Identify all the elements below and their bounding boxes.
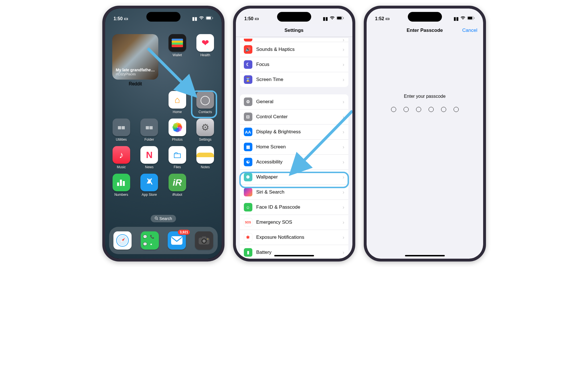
mail-badge: 3,921 bbox=[178, 230, 190, 235]
utilities-icon: ▦▦ bbox=[113, 119, 130, 136]
svg-rect-2 bbox=[212, 17, 213, 19]
settings-row-general[interactable]: ⚙General› bbox=[240, 94, 348, 109]
widget-title: My late grandfathe… bbox=[116, 68, 155, 72]
status-time: 1:52 ▭ bbox=[375, 16, 390, 21]
nav-bar: Enter Passcode Cancel bbox=[367, 24, 483, 37]
cell-signal-icon: ▮▮ bbox=[192, 16, 197, 21]
phone-home-screen: 1:50 ▭ ▮▮ My late grandfathe… bbox=[102, 6, 225, 262]
chevron-right-icon: › bbox=[343, 77, 344, 83]
chevron-right-icon: › bbox=[343, 114, 344, 120]
app-appstore[interactable]: App Store bbox=[138, 174, 161, 197]
settings-row-focus[interactable]: ☾Focus› bbox=[240, 57, 348, 72]
svg-point-28 bbox=[202, 239, 206, 243]
dynamic-island bbox=[408, 12, 442, 22]
phone-settings-screen: 1:50 ▭ ▮▮ Settings › 🔊So bbox=[233, 6, 355, 262]
app-photos[interactable]: Photos bbox=[166, 119, 189, 142]
app-files[interactable]: 🗀 Files bbox=[166, 146, 189, 169]
svg-rect-6 bbox=[172, 45, 183, 47]
settings-row-accessibility[interactable]: ☯Accessibility› bbox=[240, 155, 348, 170]
row-label: Screen Time bbox=[256, 77, 283, 82]
app-home[interactable]: ⌂ Home bbox=[166, 91, 189, 114]
row-icon: ✱ bbox=[244, 233, 252, 242]
cancel-button[interactable]: Cancel bbox=[462, 28, 477, 33]
screen-mirror-icon: ▭ bbox=[385, 16, 390, 21]
dock-camera[interactable] bbox=[195, 231, 213, 250]
settings-row-home-screen[interactable]: ▦Home Screen› bbox=[240, 140, 348, 155]
row-icon: ▦ bbox=[244, 143, 252, 151]
dock-messages[interactable]: 💬📞💬● bbox=[141, 231, 159, 250]
app-irobot[interactable]: iR iRobot bbox=[166, 174, 189, 197]
wifi-icon bbox=[460, 16, 466, 21]
screen-mirror-icon: ▭ bbox=[255, 16, 259, 21]
chevron-right-icon: › bbox=[343, 189, 344, 195]
row-label: Focus bbox=[256, 62, 269, 67]
app-wallet[interactable]: Wallet bbox=[166, 34, 189, 86]
safari-icon bbox=[113, 231, 132, 250]
settings-row-exposure-notifications[interactable]: ✱Exposure Notifications› bbox=[240, 230, 348, 245]
settings-row-screen-time[interactable]: ⌛Screen Time› bbox=[240, 72, 348, 87]
spotlight-search[interactable]: Search bbox=[151, 215, 176, 222]
app-news[interactable]: N News bbox=[138, 146, 161, 169]
wifi-icon bbox=[330, 16, 335, 21]
cell-signal-icon: ▮▮ bbox=[454, 16, 459, 21]
app-label: Contacts bbox=[199, 110, 212, 114]
notes-icon bbox=[196, 146, 214, 164]
dock-safari[interactable] bbox=[113, 231, 132, 250]
settings-icon: ⚙ bbox=[196, 119, 214, 136]
app-folder[interactable]: ▦▦ Folder bbox=[138, 119, 161, 142]
settings-row-display-brightness[interactable]: AADisplay & Brightness› bbox=[240, 124, 348, 140]
chevron-right-icon: › bbox=[343, 129, 344, 135]
svg-line-19 bbox=[157, 219, 158, 220]
app-label: Settings bbox=[199, 138, 211, 142]
chevron-right-icon: › bbox=[343, 234, 344, 240]
app-label: Wallet bbox=[173, 53, 182, 57]
row-label: Sounds & Haptics bbox=[256, 47, 295, 52]
irobot-icon: iR bbox=[169, 174, 186, 191]
search-label: Search bbox=[159, 216, 172, 221]
svg-rect-34 bbox=[337, 17, 342, 19]
camera-icon bbox=[195, 231, 213, 250]
widget-reddit[interactable]: My late grandfathe… r/CozyPlaces Reddit bbox=[110, 34, 161, 86]
settings-row-wallpaper[interactable]: ❁Wallpaper› bbox=[240, 170, 348, 185]
news-icon: N bbox=[140, 146, 158, 164]
battery-icon bbox=[336, 16, 344, 21]
passcode-dot bbox=[391, 107, 396, 112]
settings-row-sounds-haptics[interactable]: 🔊Sounds & Haptics› bbox=[240, 42, 348, 57]
home-indicator[interactable] bbox=[405, 255, 445, 256]
appstore-icon bbox=[140, 174, 158, 191]
svg-rect-35 bbox=[343, 17, 344, 19]
files-icon: 🗀 bbox=[169, 146, 186, 164]
app-utilities-folder[interactable]: ▦▦ Utilities bbox=[110, 119, 133, 142]
settings-row-emergency-sos[interactable]: SOSEmergency SOS› bbox=[240, 215, 348, 230]
folder-icon: ▦▦ bbox=[140, 119, 158, 136]
row-icon: ☯ bbox=[244, 158, 252, 166]
settings-section-1: › 🔊Sounds & Haptics›☾Focus›⌛Screen Time› bbox=[240, 38, 348, 87]
settings-row-partial[interactable]: › bbox=[240, 38, 348, 42]
passcode-dots bbox=[391, 107, 459, 112]
row-label: Siri & Search bbox=[256, 189, 284, 195]
settings-row-face-id-passcode[interactable]: ☺Face ID & Passcode› bbox=[240, 200, 348, 215]
row-icon: ☾ bbox=[244, 60, 252, 69]
row-label: Control Center bbox=[256, 114, 288, 120]
dock-mail[interactable]: 3,921 bbox=[168, 231, 186, 250]
row-icon: ⚙ bbox=[244, 97, 252, 106]
svg-rect-1 bbox=[206, 17, 211, 19]
app-contacts[interactable]: ◯ Contacts bbox=[194, 91, 217, 114]
app-health[interactable]: ❤ Health bbox=[194, 34, 217, 86]
app-label: Files bbox=[174, 165, 181, 169]
svg-rect-15 bbox=[117, 182, 119, 186]
settings-row-battery[interactable]: ▮Battery› bbox=[240, 245, 348, 259]
app-settings[interactable]: ⚙ Settings bbox=[194, 119, 217, 142]
messages-icon: 💬📞💬● bbox=[141, 231, 159, 250]
app-numbers[interactable]: Numbers bbox=[110, 174, 133, 197]
svg-rect-25 bbox=[171, 236, 182, 245]
app-music[interactable]: ♪ Music bbox=[110, 146, 133, 169]
svg-rect-17 bbox=[123, 181, 125, 186]
settings-row-control-center[interactable]: ⊟Control Center› bbox=[240, 109, 348, 124]
row-label: Accessibility bbox=[256, 159, 283, 165]
chevron-right-icon: › bbox=[343, 204, 344, 210]
settings-row-siri-search[interactable]: Siri & Search› bbox=[240, 185, 348, 200]
row-icon: ☺ bbox=[244, 203, 252, 211]
home-indicator[interactable] bbox=[274, 255, 314, 256]
app-notes[interactable]: Notes bbox=[194, 146, 217, 169]
